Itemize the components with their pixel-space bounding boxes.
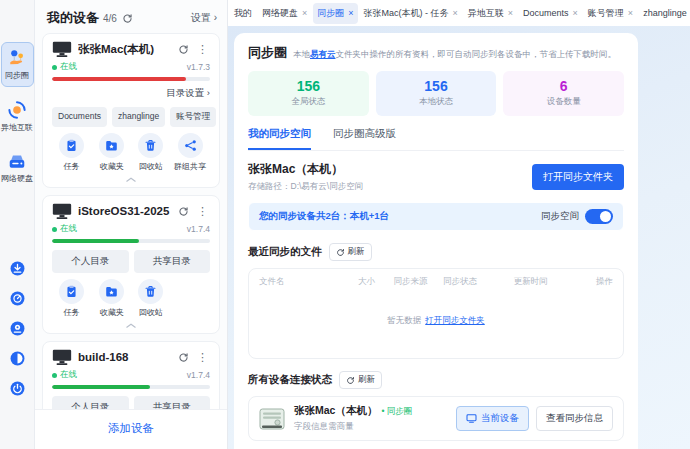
device-name: iStoreOS31-2025 xyxy=(78,205,172,217)
tab-异地互联[interactable]: 异地互联× xyxy=(464,3,517,24)
refresh-icon[interactable] xyxy=(178,206,189,217)
tab-zhanglinge[interactable]: zhanglinge× xyxy=(639,4,690,22)
shortcut-share[interactable]: 群组共享 xyxy=(171,133,211,173)
banner-right: 同步空间 xyxy=(541,209,613,224)
refresh-icon[interactable] xyxy=(178,352,189,363)
tag-Documents[interactable]: Documents xyxy=(52,107,107,127)
dir-tab-个人目录[interactable]: 个人目录 xyxy=(52,250,129,273)
sync-circle-panel: 同步圈 本地易有云文件夹中操作的所有资料，即可自动同步到各设备中，节省上传下载时… xyxy=(234,33,638,449)
page-description: 本地易有云文件夹中操作的所有资料，即可自动同步到各设备中，节省上传下载时间。 xyxy=(293,49,616,61)
tab-张张Mac(本机) - 任务[interactable]: 张张Mac(本机) - 任务× xyxy=(360,3,462,24)
shortcut-folder-star[interactable]: 收藏夹 xyxy=(92,279,132,319)
close-icon[interactable]: × xyxy=(573,8,578,18)
shortcut-label: 收藏夹 xyxy=(99,161,123,172)
collapse-button[interactable] xyxy=(52,173,210,183)
tab-label: Documents xyxy=(523,8,569,18)
more-menu-icon[interactable]: ⋮ xyxy=(195,351,210,364)
dir-tab-共享目录[interactable]: 共享目录 xyxy=(134,396,211,409)
tab-Documents[interactable]: Documents× xyxy=(519,4,582,22)
tab-我的[interactable]: 我的 xyxy=(230,3,256,24)
device-status-name: 张张Mac（本机）• 同步圈 xyxy=(294,404,412,418)
page-title: 同步圈 xyxy=(248,44,287,62)
column-同步来源: 同步来源 xyxy=(394,276,444,288)
shortcut-label: 群组共享 xyxy=(174,161,206,172)
tab-网络硬盘[interactable]: 网络硬盘× xyxy=(258,3,311,24)
dir-tab-共享目录[interactable]: 共享目录 xyxy=(134,250,211,273)
tag-zhanglinge[interactable]: zhanglinge xyxy=(112,107,165,127)
tab-我的同步空间[interactable]: 我的同步空间 xyxy=(248,127,311,150)
rail-item-label: 异地互联 xyxy=(1,122,33,133)
close-icon[interactable]: × xyxy=(302,8,307,18)
device-settings-button[interactable]: 设置 › xyxy=(191,11,217,25)
sync-devices-banner: 您的同步设备共2台：本机+1台 同步空间 xyxy=(248,202,624,231)
add-device-button[interactable]: 添加设备 xyxy=(35,409,227,449)
device-card: build-168⋮在线v1.7.4个人目录共享目录任务收藏夹回收站 xyxy=(42,341,220,409)
stat-card-设备数量: 6设备数量 xyxy=(503,71,624,116)
banner-text: 您的同步设备共2台：本机+1台 xyxy=(259,210,389,223)
rail-item-network-disk[interactable]: 网络硬盘 xyxy=(1,146,34,189)
tab-同步圈[interactable]: 同步圈× xyxy=(313,3,357,24)
dashboard-icon[interactable] xyxy=(9,290,26,307)
device-panel-header: 我的设备 4/6 设置 › xyxy=(35,0,227,33)
dir-settings-button[interactable]: 目录设置 › xyxy=(52,81,210,102)
refresh-icon xyxy=(336,248,345,257)
tag-账号管理[interactable]: 账号管理 xyxy=(170,107,216,127)
desc-suffix: 文件夹中操作的所有资料，即可自动同步到各设备中，节省上传下载时间。 xyxy=(336,49,617,59)
stat-card-全局状态: 156全局状态 xyxy=(248,71,369,116)
rail-item-remote-link[interactable]: 异地互联 xyxy=(1,95,34,138)
shortcut-clipboard[interactable]: 任务 xyxy=(52,133,92,173)
current-device-button[interactable]: 当前设备 xyxy=(456,406,529,431)
trash-icon xyxy=(138,279,163,304)
status-refresh-button[interactable]: 刷新 xyxy=(339,371,382,389)
more-menu-icon[interactable]: ⋮ xyxy=(195,205,210,218)
tab-账号管理[interactable]: 账号管理× xyxy=(584,3,637,24)
storage-progress-fill xyxy=(52,239,139,243)
tab-label: 张张Mac(本机) - 任务 xyxy=(364,7,449,20)
secondary-button-label: 查看同步信息 xyxy=(546,412,603,425)
shortcut-label: 收藏夹 xyxy=(99,307,123,318)
trash-icon xyxy=(138,133,163,158)
storage-progress xyxy=(52,239,210,243)
more-menu-icon[interactable]: ⋮ xyxy=(195,43,210,56)
yiyouyun-link[interactable]: 易有云 xyxy=(310,49,336,59)
power-icon[interactable] xyxy=(9,380,26,397)
share-icon xyxy=(178,133,203,158)
download-icon[interactable] xyxy=(9,260,26,277)
tab-同步圈高级版[interactable]: 同步圈高级版 xyxy=(333,127,396,150)
close-icon[interactable]: × xyxy=(628,8,633,18)
empty-open-folder-link[interactable]: 打开同步文件夹 xyxy=(425,315,485,327)
refresh-icon[interactable] xyxy=(122,13,133,24)
monitor-icon xyxy=(52,349,72,365)
device-card: iStoreOS31-2025⋮在线v1.7.4个人目录共享目录任务收藏夹回收站 xyxy=(42,195,220,334)
shortcut-clipboard[interactable]: 任务 xyxy=(52,279,92,319)
shortcut-row: 任务收藏夹回收站群组共享 xyxy=(52,133,210,173)
version-label: v1.7.4 xyxy=(187,224,210,234)
recent-refresh-button[interactable]: 刷新 xyxy=(329,243,372,261)
close-icon[interactable]: × xyxy=(348,8,353,18)
collapse-button[interactable] xyxy=(52,319,210,329)
shortcut-folder-star[interactable]: 收藏夹 xyxy=(92,133,132,173)
storage-path: 存储路径：D:\易有云\同步空间 xyxy=(248,181,363,193)
version-label: v1.7.3 xyxy=(187,62,210,72)
version-label: v1.7.4 xyxy=(187,370,210,380)
sync-circle-badge: • 同步圈 xyxy=(381,406,412,416)
rail-item-sync-circle[interactable]: 同步圈 xyxy=(1,42,34,87)
close-icon[interactable]: × xyxy=(508,8,513,18)
open-sync-folder-button[interactable]: 打开同步文件夹 xyxy=(532,164,624,190)
camera-icon[interactable] xyxy=(9,320,26,337)
shortcut-label: 回收站 xyxy=(139,161,163,172)
shortcut-trash[interactable]: 回收站 xyxy=(131,279,171,319)
dir-tab-row: 个人目录共享目录 xyxy=(52,250,210,273)
device-name: build-168 xyxy=(78,351,172,363)
theme-icon[interactable] xyxy=(9,350,26,367)
tab-label: 我的 xyxy=(234,7,252,20)
table-header-row: 文件名大小同步来源同步状态更新时间操作 xyxy=(249,269,623,294)
device-tag-row: Documentszhanglinge账号管理 xyxy=(52,107,210,127)
view-sync-info-button[interactable]: 查看同步信息 xyxy=(536,406,613,431)
sync-space-toggle[interactable] xyxy=(585,209,613,224)
dir-tab-个人目录[interactable]: 个人目录 xyxy=(52,396,129,409)
shortcut-trash[interactable]: 回收站 xyxy=(131,133,171,173)
refresh-icon[interactable] xyxy=(178,44,189,55)
close-icon[interactable]: × xyxy=(453,8,458,18)
device-status-row: 张张Mac（本机）• 同步圈字段信息需商量当前设备查看同步信息 xyxy=(248,396,624,441)
